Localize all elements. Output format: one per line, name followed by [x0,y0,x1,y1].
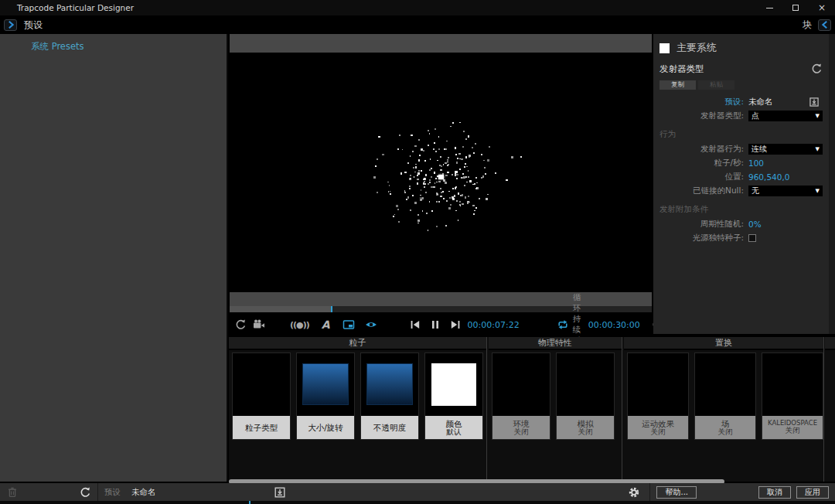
eye-icon [364,318,378,331]
section-particle: 粒子 粒子类型 大小/旋转 不透明度 颜色 [229,337,487,482]
motion-blur-icon: ((●)) [290,320,309,330]
help-button[interactable]: 帮助... [656,486,697,499]
preset-label: 预设: [653,97,744,107]
skip-end-icon [449,318,462,331]
timeline-playhead[interactable] [331,306,332,312]
skip-to-end-button[interactable] [449,318,462,331]
preset-value[interactable]: 未命名 [748,97,773,107]
reset-emitter-button[interactable] [810,63,823,75]
apply-button[interactable]: 应用 [796,486,829,499]
modules-area: 粒子 粒子类型 大小/旋转 不透明度 颜色 [229,337,835,482]
save-icon [809,97,820,107]
module-tile-color[interactable]: 颜色 默认 [424,352,483,440]
save-preset-button[interactable] [809,97,820,107]
pause-button[interactable] [429,318,441,331]
tile-sublabel: 关闭 [514,428,529,437]
maximize-button[interactable] [782,0,809,15]
tile-label: 环境 [513,419,530,428]
bottom-strip [0,501,835,504]
section-displacement: 置换 运动效果 关闭 场 关闭 [624,337,824,482]
tile-sublabel: 关闭 [578,428,593,437]
periodicity-value[interactable]: 0% [748,220,762,229]
section-displacement-title: 置换 [624,337,823,350]
module-tile-kaleidospace[interactable]: KALEIDOSPACE 关闭 [762,352,823,440]
simulation-thumbnail [557,353,614,416]
loop-icon [557,318,569,331]
close-button[interactable]: × [809,0,835,15]
module-tile-opacity[interactable]: 不透明度 [360,352,419,440]
camera-icon [253,318,265,331]
section-next-sliver-header [825,337,835,350]
module-tile-motion-effects[interactable]: 运动效果 关闭 [627,352,689,440]
app-window: Trapcode Particular Designer × 预设 块 系统 P… [0,0,835,504]
module-tile-simulation[interactable]: 模拟 关闭 [556,352,615,440]
module-tile-particle-type[interactable]: 粒子类型 [232,352,291,440]
sidebar-item-system-presets[interactable]: 系统 Presets [0,34,227,53]
chevron-right-icon [5,19,16,30]
skip-to-start-button[interactable] [409,318,421,331]
tile-sublabel: 默认 [447,428,462,437]
section-particle-title: 粒子 [229,337,486,350]
pause-icon [429,318,441,331]
top-bar: 预设 块 [0,15,835,34]
timeline-scrubber[interactable] [230,306,652,312]
particles-per-sec-value[interactable]: 100 [748,158,764,168]
light-seed-checkbox[interactable] [748,234,756,242]
emitter-behavior-dropdown[interactable]: 连续 ▼ [748,144,823,155]
position-value[interactable]: 960,540,0 [748,172,789,182]
emitter-settings-panel: 主要系统 发射器类型 复制 粘贴 预设: 未命名 发射器类型: 点 ▼ 行 [653,34,829,334]
minimize-button[interactable] [756,0,782,15]
tile-label: 场 [721,419,730,428]
bottom-preset-value[interactable]: 未命名 [131,487,156,498]
loop-toggle[interactable] [557,318,569,331]
gear-icon [628,486,640,499]
tile-label: 不透明度 [373,423,406,432]
pip-toggle[interactable] [343,318,355,331]
motion-effects-thumbnail [628,353,688,416]
paste-button: 粘贴 [698,80,734,90]
behavior-section-header: 行为 [653,122,829,141]
undo-icon [79,486,91,499]
periodicity-label: 周期性随机: [653,219,744,230]
reset-view-button[interactable] [234,318,247,331]
chevron-down-icon: ▼ [816,113,820,119]
module-tile-size-rotation[interactable]: 大小/旋转 [296,352,355,440]
particle-preview-viewport[interactable] [230,53,652,292]
panel-scrollbar[interactable] [829,34,835,334]
presets-expand-button[interactable] [4,19,17,31]
section-physics-title: 物理特性 [489,337,622,350]
delete-preset-button [6,486,19,499]
undo-icon [234,318,247,331]
save-icon [274,486,286,499]
loop-duration-value[interactable]: 00:00:30:00 [588,320,640,330]
tile-label: 粒子类型 [245,423,278,432]
antialias-toggle[interactable]: A [322,318,330,331]
blocks-collapse-button[interactable] [818,19,831,31]
position-label: 位置: [653,172,744,182]
settings-button[interactable] [628,486,640,499]
light-seed-label: 光源独特种子: [653,233,744,243]
tile-label: 颜色 [446,419,462,428]
presets-sidebar: 系统 Presets [0,34,228,482]
chevron-left-icon [820,19,830,30]
cancel-button[interactable]: 取消 [758,486,791,499]
chevron-down-icon: ▼ [816,146,820,152]
undo-icon [810,63,823,75]
visibility-toggle[interactable] [364,318,378,331]
module-tile-field[interactable]: 场 关闭 [694,352,756,440]
save-bottom-preset-button[interactable] [274,486,286,499]
emitter-type-dropdown[interactable]: 点 ▼ [748,111,823,121]
copy-button[interactable]: 复制 [659,80,696,90]
current-timecode[interactable]: 00:00:07:22 [468,320,520,330]
module-tile-environment[interactable]: 环境 关闭 [492,352,550,440]
emission-extras-header: 发射附加条件 [653,197,829,216]
linked-null-dropdown[interactable]: 无 ▼ [748,186,823,196]
reset-preset-button[interactable] [79,486,91,499]
skip-start-icon [409,318,421,331]
tile-sublabel: 关闭 [651,428,666,437]
field-thumbnail [695,353,755,416]
motion-blur-toggle[interactable]: ((●)) [290,320,309,330]
camera-button[interactable] [253,318,265,331]
main-system-checkbox[interactable] [659,43,670,53]
tile-label: 模拟 [578,419,594,428]
